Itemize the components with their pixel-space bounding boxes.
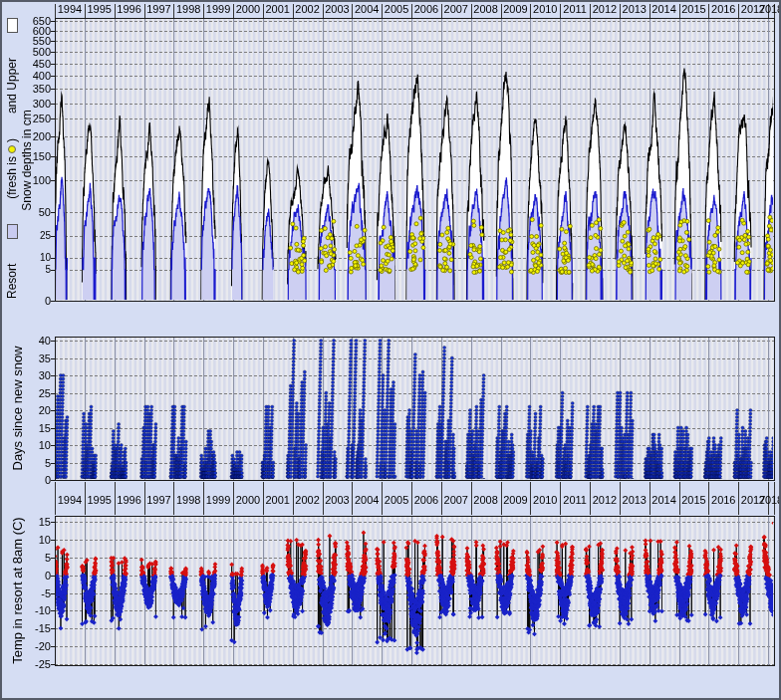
snow-depth-units-text: Snow depths in cm: [20, 110, 34, 210]
upper-series-label: and Upper: [5, 58, 19, 114]
snow-depth-axis-title: Resort (fresh is ) and Upper: [4, 16, 20, 301]
days-since-snow-axis-title: Days since new snow: [9, 337, 25, 480]
temp-axis-text: Temp in resort at 8am (C): [10, 517, 25, 663]
days-axis-text: Days since new snow: [10, 347, 25, 471]
snow-depth-axis-units: Snow depths in cm: [19, 20, 35, 301]
snow-history-panel: Resort (fresh is ) and Upper Snow depths…: [0, 0, 781, 700]
fresh-legend-close-text: ): [5, 138, 19, 142]
fresh-legend-open-text: (fresh is: [5, 156, 19, 199]
temp-axis-title: Temp in resort at 8am (C): [9, 516, 25, 665]
upper-color-swatch: [7, 18, 18, 33]
snow-history-chart-canvas: [2, 2, 781, 700]
fresh-snow-dot-icon: [8, 145, 16, 153]
resort-series-label: Resort: [5, 264, 19, 299]
resort-color-swatch: [7, 224, 18, 239]
fresh-snow-legend: (fresh is ): [5, 138, 19, 199]
